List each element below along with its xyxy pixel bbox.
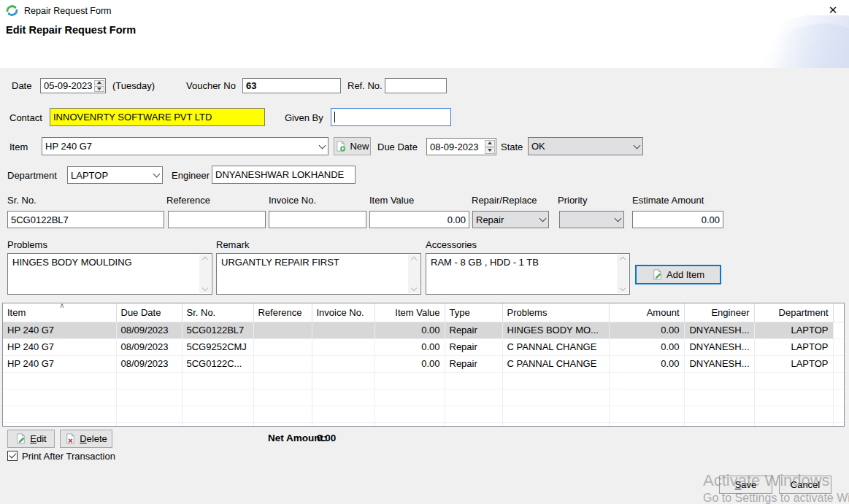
- engineer-input[interactable]: DNYANESHWAR LOKHANDE: [212, 166, 356, 184]
- engineer-value: DNYANESHWAR LOKHANDE: [215, 169, 344, 180]
- spinner-down-button[interactable]: [485, 147, 495, 154]
- scroll-down-icon[interactable]: [202, 285, 208, 291]
- table-cell[interactable]: [253, 322, 312, 338]
- date-value: 05-09-2023: [44, 80, 93, 91]
- invoice-no-input[interactable]: [269, 211, 366, 228]
- col-header-amount[interactable]: Amount: [609, 303, 684, 322]
- state-combobox[interactable]: OK: [528, 137, 643, 155]
- table-cell[interactable]: 0.00: [374, 322, 445, 338]
- repair-replace-combobox[interactable]: Repair: [472, 211, 549, 228]
- table-cell[interactable]: [253, 355, 312, 372]
- save-button[interactable]: Save: [719, 476, 772, 494]
- ref-no-label: Ref. No.: [347, 80, 383, 91]
- ref-no-input[interactable]: [385, 78, 447, 93]
- table-cell[interactable]: LAPTOP: [754, 355, 833, 372]
- col-header-item-value[interactable]: Item Value: [374, 303, 445, 322]
- scrollbar[interactable]: [199, 255, 211, 293]
- col-header-sr-no[interactable]: Sr. No.: [182, 303, 253, 322]
- spinner-up-button[interactable]: [485, 140, 495, 147]
- table-row[interactable]: HP 240 G708/09/20235CG9252CMJ0.00RepairC…: [3, 338, 845, 355]
- table-cell[interactable]: LAPTOP: [754, 338, 833, 355]
- table-cell[interactable]: [253, 338, 312, 355]
- table-cell[interactable]: DNYANESH...: [684, 322, 754, 338]
- table-row[interactable]: HP 240 G708/09/20235CG0122C...0.00Repair…: [3, 355, 845, 372]
- edit-button[interactable]: Edit: [7, 430, 55, 448]
- table-cell[interactable]: [312, 338, 374, 355]
- close-icon[interactable]: ✕: [824, 2, 842, 18]
- table-cell[interactable]: 0.00: [609, 355, 684, 372]
- scroll-up-icon[interactable]: [411, 257, 417, 263]
- table-cell[interactable]: LAPTOP: [754, 322, 833, 338]
- item-combobox[interactable]: HP 240 G7: [42, 137, 329, 155]
- table-cell[interactable]: DNYANESH...: [684, 355, 754, 372]
- sr-no-input[interactable]: 5CG0122BL7: [7, 211, 164, 228]
- table-cell[interactable]: 5CG0122BL7: [182, 322, 253, 338]
- table-cell[interactable]: HP 240 G7: [3, 322, 116, 338]
- table-cell[interactable]: 5CG0122C...: [182, 355, 253, 372]
- table-cell[interactable]: HINGES BODY MO...: [502, 322, 609, 338]
- chevron-down-icon: [154, 167, 159, 183]
- table-cell[interactable]: Repair: [445, 355, 502, 372]
- scrollbar[interactable]: [617, 255, 629, 293]
- col-header-item[interactable]: ˄Item: [3, 303, 116, 322]
- table-cell[interactable]: [312, 355, 374, 372]
- scroll-down-icon[interactable]: [411, 285, 417, 291]
- print-after-transaction-checkbox[interactable]: [7, 451, 18, 461]
- table-cell[interactable]: 08/09/2023: [116, 338, 182, 355]
- col-header-problems[interactable]: Problems: [502, 303, 609, 322]
- due-date-input[interactable]: 08-09-2023: [426, 138, 496, 155]
- table-cell[interactable]: C PANNAL CHANGE: [502, 355, 609, 372]
- scroll-down-icon[interactable]: [620, 285, 626, 291]
- given-by-input[interactable]: [331, 108, 451, 126]
- table-cell[interactable]: Repair: [445, 338, 502, 355]
- priority-combobox[interactable]: [559, 211, 624, 228]
- print-after-transaction-label: Print After Transaction: [22, 451, 115, 462]
- table-cell[interactable]: DNYANESH...: [684, 338, 754, 355]
- table-cell[interactable]: HP 240 G7: [3, 338, 116, 355]
- corner-decoration: [732, 15, 849, 68]
- contact-input[interactable]: INNOVENRTY SOFTWARE PVT LTD: [50, 108, 265, 126]
- item-value-input[interactable]: 0.00: [369, 211, 469, 228]
- scroll-up-icon[interactable]: [202, 257, 208, 263]
- table-cell[interactable]: 0.00: [609, 322, 684, 338]
- col-header-department[interactable]: Department: [754, 303, 833, 322]
- repair-replace-label: Repair/Replace: [472, 195, 537, 206]
- table-cell[interactable]: 5CG9252CMJ: [182, 338, 253, 355]
- table-cell[interactable]: Repair: [445, 322, 502, 338]
- table-cell[interactable]: 0.00: [609, 338, 684, 355]
- col-header-type[interactable]: Type: [445, 303, 502, 322]
- voucher-no-input[interactable]: 63: [242, 78, 341, 93]
- estimate-amount-input[interactable]: 0.00: [632, 211, 723, 228]
- new-button[interactable]: New: [334, 137, 371, 155]
- table-cell[interactable]: 08/09/2023: [116, 322, 182, 338]
- spinner-up-button[interactable]: [94, 80, 104, 86]
- table-cell[interactable]: 08/09/2023: [116, 355, 182, 372]
- spinner-down-button[interactable]: [94, 86, 104, 92]
- scrollbar[interactable]: [408, 255, 420, 293]
- table-cell[interactable]: HP 240 G7: [3, 355, 116, 372]
- cancel-button[interactable]: Cancel: [779, 476, 831, 494]
- problems-textarea[interactable]: HINGES BODY MOULDING: [7, 253, 212, 295]
- remark-textarea[interactable]: URGANTLY REPAIR FIRST: [216, 253, 421, 295]
- table-cell[interactable]: 0.00: [374, 355, 445, 372]
- date-input[interactable]: 05-09-2023: [40, 78, 106, 93]
- col-header-reference[interactable]: Reference: [253, 303, 312, 322]
- cancel-button-label: Cancel: [791, 479, 820, 490]
- table-row[interactable]: HP 240 G708/09/20235CG0122BL70.00RepairH…: [3, 322, 845, 338]
- state-label: State: [501, 141, 523, 152]
- contact-value: INNOVENRTY SOFTWARE PVT LTD: [53, 112, 212, 123]
- table-cell[interactable]: [312, 322, 374, 338]
- col-header-invoice-no[interactable]: Invoice No.: [312, 303, 374, 322]
- col-header-engineer[interactable]: Engineer: [684, 303, 754, 322]
- col-header-due-date[interactable]: Due Date: [116, 303, 182, 322]
- delete-button[interactable]: Delete: [60, 430, 112, 448]
- add-item-button[interactable]: Add Item: [635, 265, 721, 284]
- reference-input[interactable]: [168, 211, 266, 228]
- accessories-textarea[interactable]: RAM - 8 GB , HDD - 1 TB: [426, 253, 630, 295]
- department-combobox[interactable]: LAPTOP: [67, 166, 163, 184]
- items-table: ˄Item Due Date Sr. No. Reference Invoice…: [2, 303, 845, 427]
- scroll-up-icon[interactable]: [620, 257, 626, 263]
- table-cell[interactable]: 0.00: [374, 338, 445, 355]
- table-cell[interactable]: C PANNAL CHANGE: [502, 338, 609, 355]
- contact-label: Contact: [9, 112, 42, 123]
